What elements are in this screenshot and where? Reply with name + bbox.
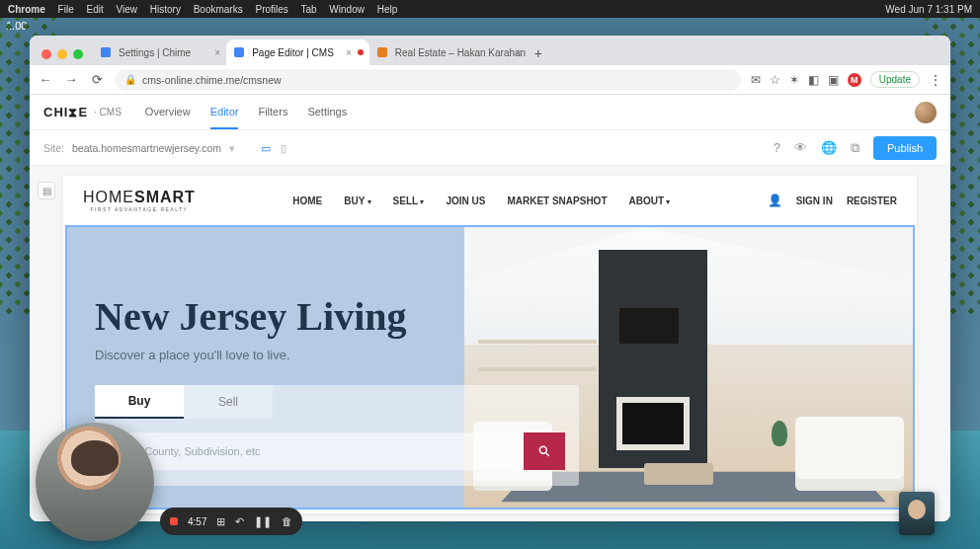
browser-tab[interactable]: Real Estate – Hakan Karahan ... × [369,39,528,65]
menu-bookmarks[interactable]: Bookmarks [194,4,243,15]
record-icon[interactable] [170,517,178,525]
menu-profiles[interactable]: Profiles [255,4,287,15]
brand-sub: · CMS [94,107,122,118]
new-tab-button[interactable]: + [528,45,549,65]
open-external-icon[interactable]: ⧉ [851,140,859,156]
user-avatar[interactable] [915,102,937,123]
address-bar[interactable]: 🔒 cms-online.chime.me/cmsnew [115,69,741,91]
editor-canvas: ▤ HOMESMART FIRST ADVANTAGE REALTY HOME … [30,166,950,521]
tab-modified-icon [358,49,364,55]
menu-tab[interactable]: Tab [300,4,316,15]
maximize-window-icon[interactable] [73,49,83,59]
nav-join[interactable]: JOIN US [446,196,485,206]
menu-app-name[interactable]: Chrome [8,4,45,15]
cms-tab-overview[interactable]: Overview [145,96,191,129]
browser-tab[interactable]: Page Editor | CMS × [226,39,369,65]
help-icon[interactable]: ? [774,140,780,155]
canvas-tool-icon[interactable]: ⊞ [216,515,225,528]
rail-page-icon[interactable]: ▤ [38,182,55,199]
pause-icon[interactable]: ❚❚ [254,515,272,528]
search-icon [537,444,551,458]
site-preview: HOMESMART FIRST ADVANTAGE REALTY HOME BU… [63,176,917,513]
presenter-webcam[interactable] [36,423,154,541]
favicon-icon [377,47,387,57]
site-select[interactable]: beata.homesmartnewjersey.com [72,142,221,154]
chrome-window: Settings | Chime × Page Editor | CMS × R… [30,36,950,521]
lock-icon[interactable]: 🔒 [124,74,136,85]
menu-view[interactable]: View [117,4,138,15]
search-card: Buy Sell [95,385,579,486]
chevron-down-icon[interactable]: ▾ [229,142,235,154]
window-controls[interactable] [38,49,89,65]
browser-toolbar: ← → ⟳ 🔒 cms-online.chime.me/cmsnew ✉ ☆ ✶… [30,65,950,95]
tab-close-icon[interactable]: × [346,47,352,58]
menubar-clock: Wed Jun 7 1:31 PM [885,4,972,15]
browser-tab[interactable]: Settings | Chime × [93,39,226,65]
nav-buy[interactable]: BUY [344,196,370,206]
tab-title: Page Editor | CMS [252,47,334,58]
search-tab-sell[interactable]: Sell [184,385,273,419]
search-tab-buy[interactable]: Buy [95,385,184,419]
nav-snapshot[interactable]: MARKET SNAPSHOT [507,196,607,206]
menu-help[interactable]: Help [377,4,398,15]
globe-icon[interactable]: 🌐 [821,140,837,155]
search-button[interactable] [524,432,565,470]
search-input[interactable] [109,432,524,470]
bookmark-icon[interactable]: ☆ [770,73,780,87]
preview-icon[interactable]: 👁 [794,140,807,155]
browser-tab-strip: Settings | Chime × Page Editor | CMS × R… [30,36,950,65]
trash-icon[interactable]: 🗑 [282,515,292,527]
desktop-view-icon[interactable]: ▭ [261,142,271,154]
cms-header: CHI⧗E · CMS Overview Editor Filters Sett… [30,95,950,130]
cms-tab-editor[interactable]: Editor [210,96,239,129]
nav-sell[interactable]: SELL [393,196,425,206]
svg-line-1 [546,453,549,456]
menu-history[interactable]: History [150,4,181,15]
forward-icon[interactable]: → [63,72,79,87]
menu-file[interactable]: File [58,4,74,15]
nav-about[interactable]: ABOUT [629,196,671,206]
browser-menu-icon[interactable]: ⋮ [929,72,942,88]
minimize-window-icon[interactable] [57,49,67,59]
profile-badge[interactable]: M [848,73,861,87]
update-button[interactable]: Update [870,71,920,88]
menu-window[interactable]: Window [329,4,365,15]
record-timer: 4:57 [188,516,206,527]
editor-side-rail: ▤ [38,182,55,199]
favicon-icon [234,47,244,57]
tab-title: Settings | Chime [119,47,191,58]
undo-icon[interactable]: ↶ [235,515,244,528]
logo-subtext: FIRST ADVANTAGE REALTY [90,207,188,212]
extensions-icon[interactable]: ✶ [789,73,799,87]
mac-menubar: Chrome File Edit View History Bookmarks … [0,0,980,18]
back-icon[interactable]: ← [38,72,53,87]
site-nav: HOME BUY SELL JOIN US MARKET SNAPSHOT AB… [292,196,670,206]
recording-toolbar: 4:57 ⊞ ↶ ❚❚ 🗑 [160,508,302,535]
share-icon[interactable]: ✉ [751,73,761,87]
cms-subheader: Site: beata.homesmartnewjersey.com ▾ ▭ ▯… [30,130,950,166]
hero-subtitle: Discover a place you'll love to live. [95,348,490,362]
register-link[interactable]: REGISTER [847,196,897,206]
tab-close-icon[interactable]: × [516,47,522,58]
cms-tab-filters[interactable]: Filters [258,96,287,129]
close-window-icon[interactable] [41,49,51,59]
extension-icon[interactable]: ▣ [828,73,839,87]
tab-close-icon[interactable]: × [214,47,220,58]
pip-thumbnail[interactable] [899,492,935,535]
user-icon[interactable]: 👤 [768,194,782,207]
cms-tab-settings[interactable]: Settings [307,96,347,129]
mobile-view-icon[interactable]: ▯ [281,142,286,154]
hero-section[interactable]: ⧉ New Jersey Living Discover a place you… [65,225,915,510]
cms-nav: Overview Editor Filters Settings [145,96,347,129]
favicon-icon [101,47,111,57]
signin-link[interactable]: SIGN IN [796,196,833,206]
brand-text: CHI⧗E [43,105,88,120]
extension-icon[interactable]: ◧ [808,73,819,87]
site-logo[interactable]: HOMESMART FIRST ADVANTAGE REALTY [83,190,196,212]
publish-button[interactable]: Publish [873,136,937,160]
menu-edit[interactable]: Edit [86,4,103,15]
reload-icon[interactable]: ⟳ [89,72,105,87]
cms-logo[interactable]: CHI⧗E · CMS [43,105,122,120]
nav-home[interactable]: HOME [292,196,322,206]
logo-text: HOMESMART [83,190,196,205]
